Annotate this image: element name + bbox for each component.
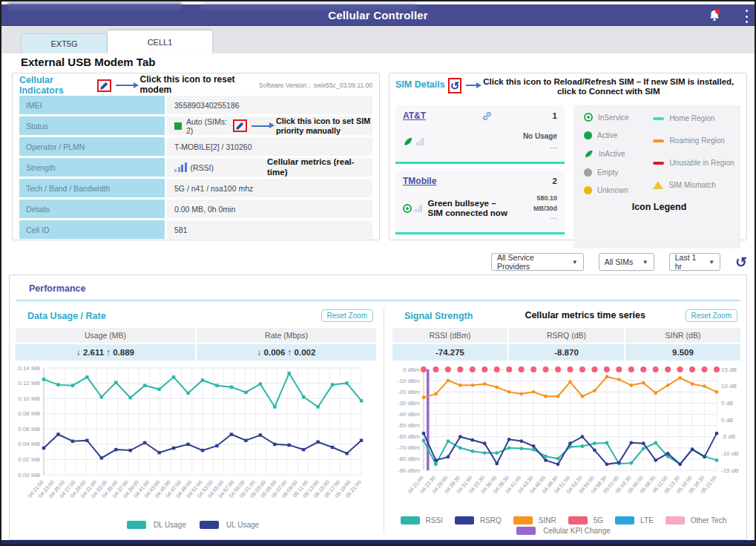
signal-chart-legend: RSSI RSRQ SINR 5G LTE Other Tech [387, 516, 746, 524]
bullseye-inservice-icon [403, 204, 412, 213]
svg-text:-70 dBm: -70 dBm [398, 444, 421, 451]
roaming-region-dash-icon [653, 139, 664, 142]
sim-priority-annotation: Click this icon to set SIM priority manu… [276, 116, 372, 135]
usage-value: ↓ 2.611 ↑ 0.889 [16, 344, 195, 361]
svg-text:5 dB: 5 dB [721, 400, 733, 407]
sinr-column-header: SINR (dB) [625, 328, 740, 343]
signal-stats-table: RSSI (dBm) -74.275 RSRQ (dB) -8.870 SINR… [392, 328, 740, 361]
svg-text:-5 dB: -5 dB [721, 433, 735, 440]
svg-text:-15 dB: -15 dB [721, 467, 739, 474]
tab-cell1[interactable]: CELL1 [108, 30, 212, 53]
svg-text:-10 dB: -10 dB [721, 450, 739, 457]
signal-small-icon [415, 205, 422, 212]
reset-zoom-button-signal[interactable]: Reset Zoom [686, 309, 737, 322]
svg-text:15 dB: 15 dB [721, 366, 737, 373]
svg-text:0.10 MB: 0.10 MB [18, 395, 40, 402]
kpi-change-swatch [516, 527, 536, 535]
kebab-menu-icon[interactable] [744, 10, 749, 23]
service-provider-select[interactable]: All Service Providers▼ [491, 253, 584, 271]
leaf-icon [584, 149, 594, 159]
svg-text:0 dB: 0 dB [721, 417, 733, 424]
icon-legend-panel: InService Active InActive Empty Unknown … [573, 105, 740, 249]
legend-inactive: InActive [584, 149, 653, 159]
svg-text:-50 dBm: -50 dBm [398, 422, 421, 429]
performance-card: Performance Data Usage / Rate Reset Zoom… [9, 274, 747, 540]
row-label-details: Details [19, 200, 165, 218]
sim-att-link[interactable]: AT&T [403, 111, 426, 121]
row-value-tech: 5G / n41 / nsa100 mhz [167, 179, 372, 197]
notifications-bell-icon[interactable] [707, 8, 722, 23]
footer-bar [1, 540, 755, 545]
pencil-icon [99, 81, 109, 91]
sims-select[interactable]: All SIMs▼ [599, 253, 654, 271]
row-label-operator: Operator / PLMN [19, 137, 165, 156]
indicators-table: IMEI 355890340255186 Status Auto (SIMs: … [19, 96, 372, 239]
sim-tmobile-usage: 580.10 MB/30d --- [513, 194, 557, 224]
reset-modem-pencil-icon[interactable] [97, 79, 111, 92]
sim-tmobile-link[interactable]: TMobile [403, 176, 436, 186]
refresh-charts-icon[interactable]: ↻ [735, 255, 747, 269]
row-value-details: 0.00 MB, 0h 0min [167, 200, 372, 218]
chevron-down-icon: ▼ [572, 259, 578, 266]
filter-bar: All Service Providers▼ All SIMs▼ Last 1 … [491, 252, 747, 272]
sim-details-body: AT&T 1 [395, 105, 740, 249]
svg-text:10 dB: 10 dB [721, 383, 737, 389]
active-circle-icon [584, 131, 592, 139]
reload-sim-icon[interactable]: ↻ [448, 78, 462, 93]
reset-zoom-button-usage[interactable]: Reset Zoom [321, 309, 373, 322]
svg-text:-10 dBm: -10 dBm [398, 378, 421, 384]
svg-text:-40 dBm: -40 dBm [398, 411, 421, 418]
legend-sim-mismatch: SIM Mismatch [653, 181, 734, 189]
signal-strength-section: Signal Strength Cellular metrics time se… [387, 305, 746, 536]
svg-text:-30 dBm: -30 dBm [398, 400, 421, 407]
rssi-swatch [401, 516, 420, 524]
signal-strength-title: Signal Strength [404, 311, 473, 321]
row-label-tech: Tech / Band / Bandwidth [19, 179, 165, 197]
fiveg-swatch [568, 516, 588, 524]
signal-bars-icon [174, 162, 187, 172]
annotation-arrow [466, 85, 476, 86]
data-usage-section: Data Usage / Rate Reset Zoom Usage (MB) … [10, 305, 382, 536]
time-series-annotation: Cellular metrics time series [525, 310, 645, 320]
row-value-imei: 355890340255186 [167, 96, 372, 114]
svg-text:0.04 MB: 0.04 MB [18, 441, 40, 447]
row-value-strength: (RSSI) Cellular metrics (real-time) [167, 158, 372, 177]
icon-legend-title: Icon Legend [584, 202, 734, 212]
legend-unknown: Unknown [584, 186, 653, 194]
cellular-indicators-title: Cellular Indicators [19, 75, 94, 96]
performance-title: Performance [29, 283, 85, 294]
row-label-status: Status [19, 116, 165, 135]
pencil-icon [235, 121, 245, 131]
tab-ext5g[interactable]: EXT5G [21, 33, 108, 53]
unusable-region-dash-icon [653, 162, 664, 165]
svg-text:0 dBm: 0 dBm [403, 366, 420, 373]
chevron-down-icon: ▼ [642, 259, 648, 266]
dl-usage-swatch [127, 521, 146, 529]
row-value-operator: T-MOBILE[2] / 310260 [167, 137, 372, 156]
sim-priority-pencil-icon[interactable] [233, 119, 247, 132]
performance-divider [16, 300, 740, 301]
time-range-select[interactable]: Last 1 hr▼ [669, 253, 720, 271]
legend-home-region: Home Region [653, 114, 734, 122]
rate-column-header: Rate (Mbps) [197, 328, 376, 343]
data-usage-chart[interactable]: 04:21:0004:23:0004:25:0004:27:0004:29:00… [10, 364, 382, 519]
leaf-icon [403, 136, 413, 147]
warning-triangle-icon [653, 181, 663, 189]
reload-sim-annotation: Click this icon to Reload/Refresh SIM – … [483, 77, 734, 96]
svg-text:0.14 MB: 0.14 MB [18, 365, 40, 372]
realtime-metrics-annotation: Cellular metrics (real-time) [267, 157, 372, 177]
sim-att-slot: 1 [553, 111, 557, 120]
reset-modem-annotation: Click this icon to reset modem [140, 75, 259, 96]
refresh-icon: ↻ [450, 79, 460, 92]
rssi-column-header: RSSI (dBm) [392, 328, 507, 343]
legend-unusable-region: Unusable in Region [653, 159, 734, 167]
bullseye-annotation: Green bullseye – SIM connected now [428, 199, 513, 218]
rsrq-swatch [455, 516, 474, 524]
svg-text:0.02 MB: 0.02 MB [18, 456, 40, 463]
legend-inservice: InService [584, 113, 653, 122]
empty-circle-icon [584, 168, 592, 177]
annotation-arrow [252, 125, 269, 127]
unknown-circle-icon [584, 186, 592, 194]
signal-chart[interactable]: 04:21:0004:23:3004:26:0004:28:3004:31:00… [387, 364, 746, 515]
row-value-status: Auto (SIMs: 2) Click this icon to set SI… [167, 116, 372, 135]
